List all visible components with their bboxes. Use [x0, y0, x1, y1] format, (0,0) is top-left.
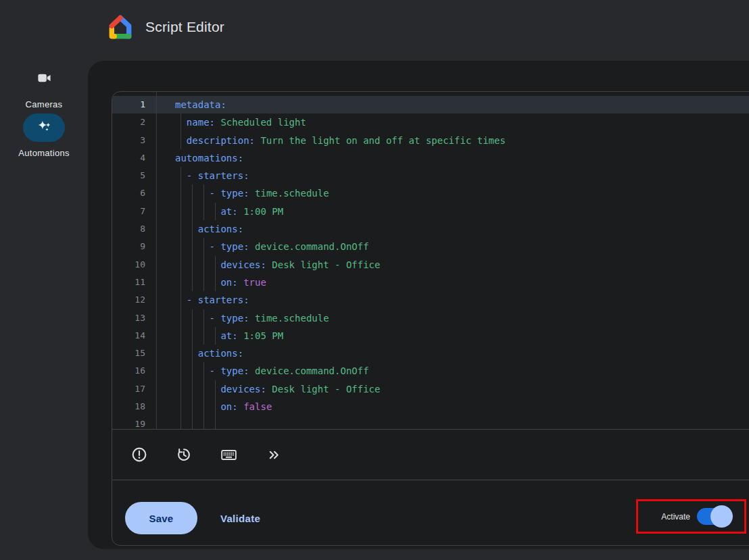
code-editor[interactable]: 1metadata:2 name: Scheduled light3 descr… — [112, 92, 749, 430]
indent-guide — [180, 274, 181, 291]
sidebar-item-cameras[interactable]: Cameras — [0, 68, 88, 109]
line-content: at: 1:00 PM — [156, 203, 749, 220]
code-line-7[interactable]: 7 at: 1:00 PM — [112, 203, 749, 220]
code-line-18[interactable]: 18 on: false — [112, 398, 749, 415]
indent-guide — [180, 167, 181, 184]
camera-icon — [37, 68, 52, 88]
indent-guide — [215, 380, 216, 398]
history-icon[interactable] — [174, 445, 193, 464]
sparkle-icon — [36, 118, 53, 138]
code-line-3[interactable]: 3 description: Turn the light on and off… — [112, 132, 749, 149]
code-line-2[interactable]: 2 name: Scheduled light — [112, 113, 749, 131]
indent-guide — [192, 309, 193, 327]
line-number: 8 — [112, 220, 156, 238]
code-line-8[interactable]: 8 actions: — [112, 220, 749, 238]
indent-guide — [180, 132, 181, 149]
error-status-icon[interactable] — [130, 445, 149, 464]
code-line-13[interactable]: 13 - type: time.schedule — [112, 309, 749, 327]
code-line-14[interactable]: 14 at: 1:05 PM — [112, 327, 749, 345]
indent-guide — [180, 327, 181, 345]
code-line-17[interactable]: 17 devices: Desk light - Office — [112, 380, 749, 398]
line-number: 18 — [112, 398, 156, 415]
indent-guide — [215, 203, 216, 220]
line-number: 14 — [112, 327, 156, 345]
code-line-11[interactable]: 11 on: true — [112, 274, 749, 291]
code-line-15[interactable]: 15 actions: — [112, 345, 749, 362]
editor-toolbar — [112, 430, 749, 480]
indent-guide — [180, 220, 181, 238]
line-number: 7 — [112, 203, 156, 220]
indent-guide — [180, 113, 181, 131]
line-number: 17 — [112, 380, 156, 398]
indent-guide — [203, 184, 204, 202]
indent-guide — [203, 327, 204, 345]
indent-guide — [192, 380, 193, 398]
keyboard-icon[interactable] — [219, 445, 238, 464]
line-number: 12 — [112, 291, 156, 309]
indent-guide — [203, 309, 204, 327]
indent-guide — [180, 398, 181, 415]
line-content: on: true — [156, 274, 749, 291]
indent-guide — [203, 398, 204, 415]
indent-guide — [215, 256, 216, 274]
line-content — [156, 415, 749, 430]
gutter-separator — [156, 92, 157, 429]
code-line-12[interactable]: 12 - starters: — [112, 291, 749, 309]
line-content: - type: device.command.OnOff — [156, 238, 749, 255]
line-number: 3 — [112, 132, 156, 149]
indent-guide — [192, 398, 193, 415]
line-number: 6 — [112, 184, 156, 202]
line-number: 10 — [112, 256, 156, 274]
line-content: automations: — [156, 149, 749, 167]
indent-guide — [180, 238, 181, 255]
line-content: devices: Desk light - Office — [156, 256, 749, 274]
line-number: 15 — [112, 345, 156, 362]
validate-button[interactable]: Validate — [216, 502, 264, 534]
line-number: 11 — [112, 274, 156, 291]
indent-guide — [203, 415, 204, 430]
activate-toggle-knob — [710, 505, 733, 528]
indent-guide — [215, 398, 216, 415]
line-content: - starters: — [156, 167, 749, 184]
page-title: Script Editor — [145, 19, 224, 35]
indent-guide — [215, 415, 216, 430]
code-line-4[interactable]: 4automations: — [112, 149, 749, 167]
activate-toggle[interactable] — [697, 508, 731, 525]
sidebar: Cameras Automations — [0, 61, 88, 560]
indent-guide — [192, 362, 193, 380]
code-line-19[interactable]: 19 — [112, 415, 749, 430]
line-number: 2 — [112, 113, 156, 131]
code-line-1[interactable]: 1metadata: — [112, 96, 749, 113]
indent-guide — [203, 362, 204, 380]
line-number: 1 — [112, 96, 156, 113]
double-chevron-right-icon[interactable] — [264, 445, 283, 464]
google-home-logo-icon — [106, 13, 135, 45]
save-button[interactable]: Save — [125, 502, 197, 534]
code-line-9[interactable]: 9 - type: device.command.OnOff — [112, 238, 749, 255]
indent-guide — [203, 203, 204, 220]
line-content: metadata: — [156, 96, 749, 113]
content-card: 1metadata:2 name: Scheduled light3 descr… — [88, 61, 749, 549]
code-line-10[interactable]: 10 devices: Desk light - Office — [112, 256, 749, 274]
sidebar-item-label: Automations — [18, 148, 70, 158]
code-line-5[interactable]: 5 - starters: — [112, 167, 749, 184]
action-bar: Save Validate Activate — [112, 480, 749, 545]
indent-guide — [192, 220, 193, 238]
active-nav-pill — [23, 113, 65, 142]
indent-guide — [180, 345, 181, 362]
line-number: 19 — [112, 415, 156, 430]
indent-guide — [203, 256, 204, 274]
code-line-16[interactable]: 16 - type: device.command.OnOff — [112, 362, 749, 380]
indent-guide — [203, 380, 204, 398]
sidebar-item-label: Cameras — [26, 99, 63, 109]
line-content: actions: — [156, 345, 749, 362]
line-number: 5 — [112, 167, 156, 184]
indent-guide — [180, 291, 181, 309]
code-line-6[interactable]: 6 - type: time.schedule — [112, 184, 749, 202]
activate-annotation-box: Activate — [636, 499, 746, 534]
indent-guide — [192, 415, 193, 430]
line-content: on: false — [156, 398, 749, 415]
line-content: actions: — [156, 220, 749, 238]
indent-guide — [215, 327, 216, 345]
sidebar-item-automations[interactable]: Automations — [0, 113, 88, 158]
